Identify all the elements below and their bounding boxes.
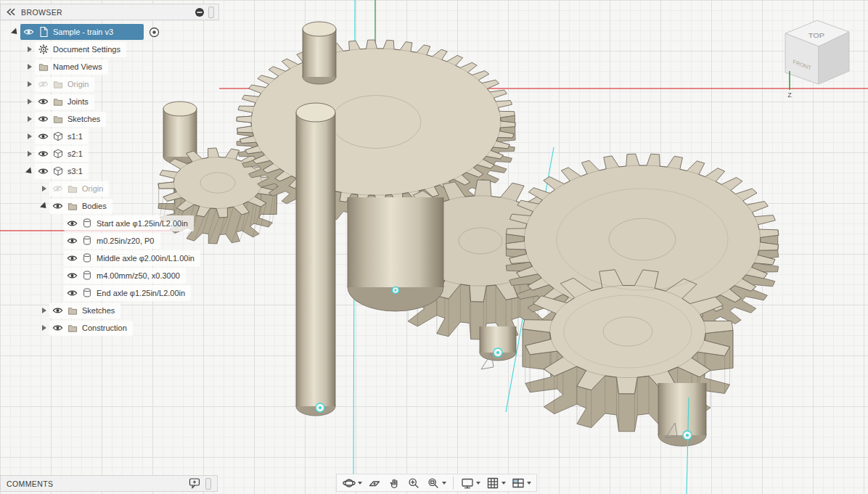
visibility-eye-icon[interactable] xyxy=(67,271,78,280)
grid-and-snaps-tool[interactable] xyxy=(483,475,508,491)
row-content: Middle axle φ2.00in/L1.00in xyxy=(64,250,200,266)
expanded-arrow-icon[interactable] xyxy=(10,27,20,37)
browser-item-s1-1[interactable]: s1:1 xyxy=(0,128,219,145)
browser-item-m4-00mm-z50-x0-3000[interactable]: m4.00mm/z50, x0.3000 xyxy=(0,267,219,284)
item-label: Sample - train v3 xyxy=(53,28,113,36)
folder-icon xyxy=(67,323,78,334)
visibility-off-icon[interactable] xyxy=(38,80,49,88)
collapsed-arrow-icon[interactable] xyxy=(25,62,35,72)
visibility-eye-icon[interactable] xyxy=(38,167,49,176)
browser-panel: BROWSER Sample - train v3Document Settin… xyxy=(0,4,219,337)
browser-item-end-axle-1-25in-l2-00in[interactable]: End axle φ1.25in/L2.00in xyxy=(0,284,219,302)
row-content: Sample - train v3 xyxy=(20,24,144,40)
collapsed-arrow-icon[interactable] xyxy=(25,149,35,159)
item-label: End axle φ1.25in/L2.00in xyxy=(97,289,185,297)
collapsed-arrow-icon[interactable] xyxy=(25,114,35,124)
component-root-icon xyxy=(38,26,49,38)
collapsed-arrow-icon[interactable] xyxy=(39,184,49,194)
start-axle-cylinder[interactable] xyxy=(296,103,335,416)
visibility-eye-icon[interactable] xyxy=(38,115,49,123)
row-content: s1:1 xyxy=(35,128,89,144)
browser-item-s3-1[interactable]: s3:1 xyxy=(0,162,219,180)
collapsed-arrow-icon[interactable] xyxy=(25,44,35,54)
comments-drag-grip[interactable] xyxy=(205,478,211,490)
component-icon xyxy=(52,148,64,160)
browser-item-bodies[interactable]: Bodies xyxy=(0,197,219,215)
visibility-off-icon[interactable] xyxy=(52,184,63,193)
orbit-tool[interactable] xyxy=(340,475,364,491)
comments-panel[interactable]: COMMENTS xyxy=(0,475,218,492)
minimize-panel-icon[interactable] xyxy=(195,7,205,17)
browser-item-m0-25in-z20-p0[interactable]: m0.25in/z20, P0 xyxy=(0,232,219,250)
collapse-panel-icon[interactable] xyxy=(5,7,16,17)
visibility-eye-icon[interactable] xyxy=(67,219,78,228)
browser-item-start-axle-1-25in-l2-00in[interactable]: Start axle φ1.25in/L2.00in xyxy=(0,215,219,232)
panel-drag-grip[interactable] xyxy=(208,7,214,18)
viewcube-z-label: Z xyxy=(787,91,792,99)
visibility-eye-icon[interactable] xyxy=(67,254,78,263)
visibility-eye-icon[interactable] xyxy=(38,149,49,158)
middle-axle-cylinder[interactable] xyxy=(348,197,443,311)
collapsed-arrow-icon[interactable] xyxy=(39,305,49,316)
large-helical-gear[interactable] xyxy=(237,40,515,223)
dropdown-caret-icon[interactable] xyxy=(476,482,480,485)
browser-item-middle-axle-2-00in-l1-00in[interactable]: Middle axle φ2.00in/L1.00in xyxy=(0,250,219,267)
row-content: Bodies xyxy=(49,199,112,214)
add-comment-icon[interactable] xyxy=(189,477,202,490)
dropdown-caret-icon[interactable] xyxy=(501,482,506,485)
zoom-tool[interactable] xyxy=(404,475,423,491)
browser-item-sample-train-v3[interactable]: Sample - train v3 xyxy=(0,23,219,41)
body-icon xyxy=(81,252,93,264)
joint-marker[interactable] xyxy=(316,403,324,412)
axle-top-stub[interactable] xyxy=(303,22,336,84)
browser-item-origin[interactable]: Origin xyxy=(0,180,219,197)
view-cube[interactable]: TOP FRONT Z xyxy=(778,10,859,102)
browser-item-named-views[interactable]: Named Views xyxy=(0,58,219,75)
browser-item-sketches[interactable]: Sketches xyxy=(0,110,219,128)
browser-item-s2-1[interactable]: s2:1 xyxy=(0,145,219,162)
dropdown-caret-icon[interactable] xyxy=(527,482,531,485)
gear-icon xyxy=(38,44,49,55)
fit-tool[interactable] xyxy=(424,475,449,491)
visibility-eye-icon[interactable] xyxy=(67,236,78,245)
viewports-tool[interactable] xyxy=(509,475,533,491)
look-at-tool[interactable] xyxy=(365,475,384,491)
browser-item-document-settings[interactable]: Document Settings xyxy=(0,41,219,58)
dropdown-caret-icon[interactable] xyxy=(442,482,446,485)
end-axle-cylinder[interactable] xyxy=(658,383,706,446)
collapsed-arrow-icon[interactable] xyxy=(25,131,35,141)
joint-marker[interactable] xyxy=(683,431,692,440)
collapsed-arrow-icon[interactable] xyxy=(25,96,35,107)
expanded-arrow-icon[interactable] xyxy=(25,166,35,176)
dropdown-caret-icon[interactable] xyxy=(358,482,362,485)
joint-marker[interactable] xyxy=(393,287,399,294)
folder-icon xyxy=(67,184,78,194)
row-content: Sketches xyxy=(35,112,106,127)
no-arrow xyxy=(54,288,64,298)
collapsed-arrow-icon[interactable] xyxy=(25,79,35,89)
visibility-eye-icon[interactable] xyxy=(52,324,63,332)
row-content: s2:1 xyxy=(35,146,89,162)
browser-item-construction[interactable]: Construction xyxy=(0,319,219,337)
pan-tool[interactable] xyxy=(385,475,404,491)
row-content: Origin xyxy=(49,181,109,197)
component-icon xyxy=(52,131,64,142)
browser-item-origin[interactable]: Origin xyxy=(0,75,219,93)
component-icon xyxy=(52,165,64,177)
collapsed-arrow-icon[interactable] xyxy=(39,323,49,333)
expanded-arrow-icon[interactable] xyxy=(39,201,49,211)
visibility-eye-icon[interactable] xyxy=(38,97,49,106)
visibility-eye-icon[interactable] xyxy=(67,289,78,297)
item-label: Origin xyxy=(82,184,103,193)
visibility-eye-icon[interactable] xyxy=(23,28,34,36)
viewcube-top-label[interactable]: TOP xyxy=(808,32,825,39)
row-content: Named Views xyxy=(35,59,108,75)
visibility-eye-icon[interactable] xyxy=(52,202,63,210)
visibility-eye-icon[interactable] xyxy=(52,306,63,315)
display-settings-tool[interactable] xyxy=(458,475,483,491)
joint-marker[interactable] xyxy=(494,348,502,357)
browser-item-sketches[interactable]: Sketches xyxy=(0,302,219,319)
activate-component-radio[interactable] xyxy=(149,27,160,38)
browser-item-joints[interactable]: Joints xyxy=(0,93,219,110)
visibility-eye-icon[interactable] xyxy=(38,132,49,141)
